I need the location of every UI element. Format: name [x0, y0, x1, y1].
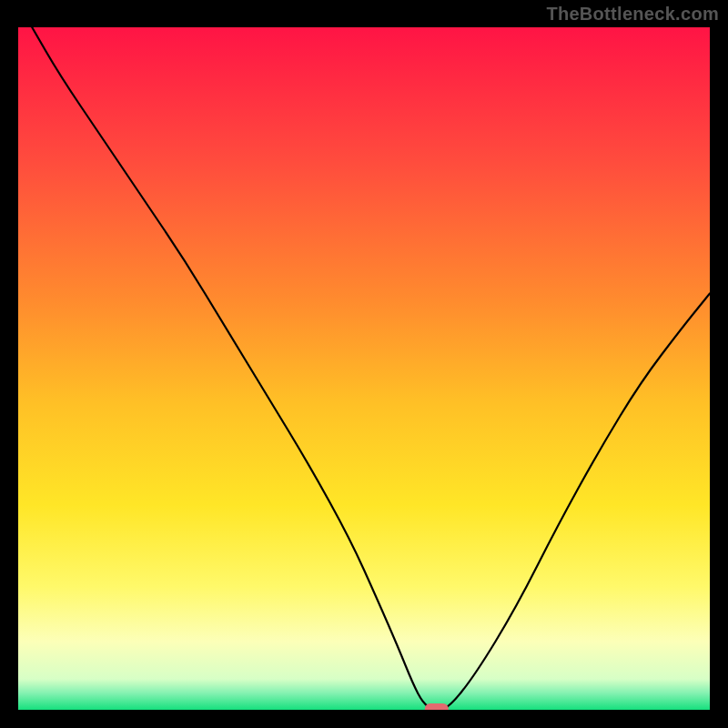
gradient-background [18, 27, 710, 710]
chart-frame: TheBottleneck.com [0, 0, 728, 728]
plot-svg [18, 27, 710, 710]
bottleneck-plot [18, 27, 710, 710]
optimal-marker [425, 703, 449, 710]
watermark-text: TheBottleneck.com [546, 4, 719, 25]
